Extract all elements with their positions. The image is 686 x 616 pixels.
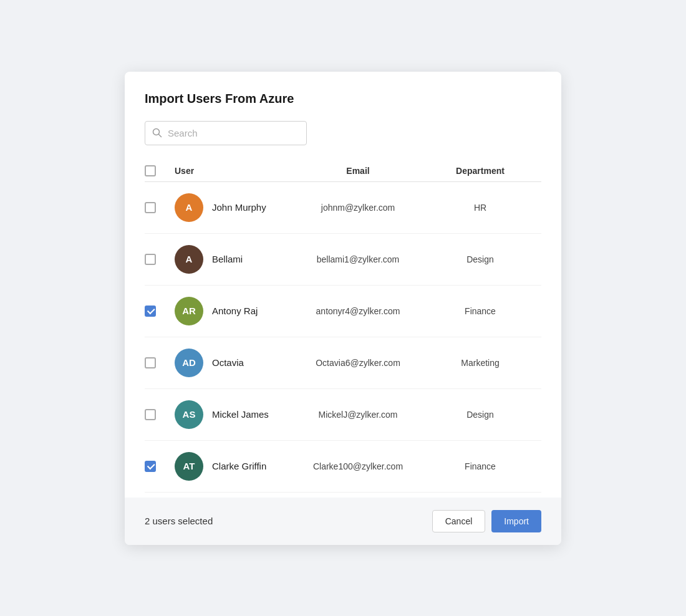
cancel-button[interactable]: Cancel [432,510,486,532]
user-cell-2: AR Antony Raj [175,297,297,325]
row-checkbox-2[interactable] [145,306,156,317]
search-icon [152,128,162,138]
user-name-5: Clarke Griffin [212,461,266,471]
selected-count: 2 users selected [145,516,213,526]
dept-cell-2: Finance [419,306,541,316]
dept-cell-0: HR [419,203,541,213]
user-name-4: Mickel James [212,409,269,420]
avatar-1: A [175,245,203,274]
dept-cell-3: Marketing [419,358,541,368]
import-users-modal: Import Users From Azure User Email Depar… [125,72,561,545]
dept-cell-4: Design [419,410,541,420]
modal-body: Import Users From Azure User Email Depar… [125,72,561,493]
table-row: A Bellami bellami1@zylker.com Design [145,234,541,286]
row-checkbox-cell-3[interactable] [145,357,175,368]
email-cell-0: johnm@zylker.com [297,203,419,213]
email-cell-2: antonyr4@zylker.com [297,306,419,316]
row-checkbox-cell-4[interactable] [145,409,175,420]
search-wrapper [145,121,541,145]
user-name-3: Octavia [212,357,244,368]
dept-cell-5: Finance [419,461,541,471]
table-row: AS Mickel James MickelJ@zylker.com Desig… [145,389,541,441]
modal-title: Import Users From Azure [145,92,541,106]
row-checkbox-0[interactable] [145,202,156,213]
avatar-0: A [175,193,203,222]
user-cell-3: AD Octavia [175,349,297,377]
avatar-4: AS [175,400,203,429]
row-checkbox-cell-0[interactable] [145,202,175,213]
row-checkbox-cell-5[interactable] [145,461,175,472]
table-header: User Email Department [145,160,541,182]
avatar-5: AT [175,452,203,481]
user-column-header: User [175,166,297,176]
table-row: AR Antony Raj antonyr4@zylker.com Financ… [145,286,541,337]
row-checkbox-4[interactable] [145,409,156,420]
row-checkbox-cell-2[interactable] [145,306,175,317]
table-row: AD Octavia Octavia6@zylker.com Marketing [145,337,541,389]
svg-line-1 [159,135,162,137]
modal-footer: 2 users selected Cancel Import [125,498,561,545]
email-cell-1: bellami1@zylker.com [297,254,419,264]
row-checkbox-5[interactable] [145,461,156,472]
email-column-header: Email [297,166,419,176]
department-column-header: Department [419,166,541,176]
user-cell-1: A Bellami [175,245,297,274]
row-checkbox-3[interactable] [145,357,156,368]
avatar-2: AR [175,297,203,325]
user-name-0: John Murphy [212,202,266,213]
email-cell-3: Octavia6@zylker.com [297,358,419,368]
user-cell-0: A John Murphy [175,193,297,222]
email-cell-4: MickelJ@zylker.com [297,410,419,420]
import-button[interactable]: Import [491,510,541,532]
row-checkbox-1[interactable] [145,254,156,265]
select-all-checkbox-cell[interactable] [145,165,175,176]
table-rows: A John Murphy johnm@zylker.com HR A Bell… [145,182,541,493]
search-input[interactable] [145,121,307,145]
dept-cell-1: Design [419,254,541,264]
row-checkbox-cell-1[interactable] [145,254,175,265]
user-name-2: Antony Raj [212,306,258,316]
user-cell-5: AT Clarke Griffin [175,452,297,481]
email-cell-5: Clarke100@zylker.com [297,461,419,471]
user-cell-4: AS Mickel James [175,400,297,429]
select-all-checkbox[interactable] [145,165,156,176]
table-row: A John Murphy johnm@zylker.com HR [145,182,541,234]
table-row: AT Clarke Griffin Clarke100@zylker.com F… [145,441,541,493]
footer-buttons: Cancel Import [432,510,541,532]
user-name-1: Bellami [212,254,243,264]
avatar-3: AD [175,349,203,377]
